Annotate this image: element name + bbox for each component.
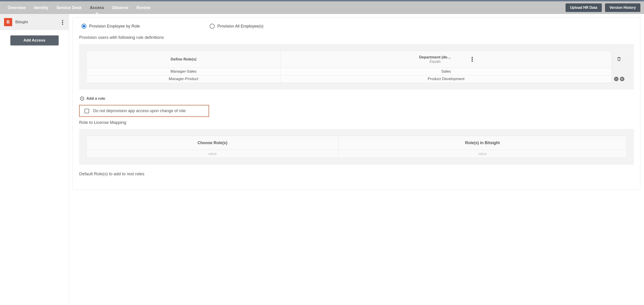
cell-dept[interactable]: Sales xyxy=(280,68,612,75)
table-row: value value xyxy=(86,150,627,158)
radio-label: Provision Employee by Role xyxy=(89,24,140,29)
dots-vertical-icon: ••• xyxy=(62,20,63,25)
col-header-roles-in-app: Role(s) in Bitsight xyxy=(338,136,627,150)
section-title-default-roles: Default Role(s) to add to rest roles xyxy=(79,171,634,176)
cell-role[interactable]: Manager-Product xyxy=(86,75,281,83)
radio-provision-by-role[interactable]: Provision Employee by Role xyxy=(82,24,140,29)
access-card: Provision Employee by Role Provision All… xyxy=(72,17,640,190)
col-header-choose-roles: Choose Role(s) xyxy=(86,136,338,150)
cell-actions xyxy=(612,68,627,75)
col-header-sublabel: Equals xyxy=(419,60,451,64)
mapping-table: Choose Role(s) Role(s) in Bitsight value… xyxy=(86,136,627,158)
plus-circle-icon: + xyxy=(80,97,84,101)
table-row: Manager-Product Product Development − + xyxy=(86,75,627,83)
sidebar-app-item[interactable]: B Bitsight ••• xyxy=(0,14,69,30)
radio-provision-all[interactable]: Provision All Employee(s) xyxy=(210,24,263,29)
layout: B Bitsight ••• Add Access Provision Empl… xyxy=(0,14,644,305)
rule-table: Define Role(s) Department (de… Equals ••… xyxy=(86,51,627,83)
tab-label: Observe xyxy=(112,6,128,10)
deprovision-checkbox-label: Do not deprovision app access upon chang… xyxy=(93,109,186,113)
col-header-label: Define Role(s) xyxy=(171,57,196,61)
sidebar: B Bitsight ••• Add Access xyxy=(0,14,69,305)
provision-mode-radio-group: Provision Employee by Role Provision All… xyxy=(79,24,634,29)
mapping-panel: Choose Role(s) Role(s) in Bitsight value… xyxy=(79,129,634,165)
tab-service-desk[interactable]: Service Desk xyxy=(52,1,86,14)
cell-role[interactable]: Manager-Sales xyxy=(86,68,281,75)
add-row-button[interactable]: + xyxy=(620,77,624,81)
deprovision-checkbox[interactable] xyxy=(84,109,89,113)
table-row: Manager-Sales Sales xyxy=(86,68,627,75)
tab-label: Review xyxy=(136,6,150,10)
tab-access[interactable]: Access xyxy=(86,1,108,14)
rule-panel: Define Role(s) Department (de… Equals ••… xyxy=(79,44,634,90)
more-options-icon[interactable]: ••• xyxy=(60,18,65,26)
column-options-icon[interactable]: ••• xyxy=(472,57,473,62)
add-rule-button[interactable]: + Add a rule xyxy=(79,96,634,101)
nav-actions: Upload HR Data Version History xyxy=(566,4,640,12)
cell-choose-role[interactable]: value xyxy=(86,150,338,158)
app-name-label: Bitsight xyxy=(15,20,28,24)
col-header-department: Department (de… Equals ••• xyxy=(280,51,612,68)
trash-icon[interactable] xyxy=(617,56,621,63)
tab-identity[interactable]: Identity xyxy=(30,1,52,14)
col-header-roles: Define Role(s) xyxy=(86,51,281,68)
deprovision-highlight-box: Do not deprovision app access upon chang… xyxy=(79,105,209,117)
radio-label: Provision All Employee(s) xyxy=(217,24,263,29)
main-content: Provision Employee by Role Provision All… xyxy=(69,14,644,305)
tab-overview[interactable]: Overview xyxy=(4,1,30,14)
col-header-actions xyxy=(612,51,627,68)
tab-review[interactable]: Review xyxy=(132,1,154,14)
radio-icon xyxy=(82,24,86,29)
tab-label: Access xyxy=(90,6,104,10)
add-access-button[interactable]: Add Access xyxy=(10,36,59,45)
cell-actions: − + xyxy=(612,75,627,83)
nav-tabs: Overview Identity Service Desk Access Ob… xyxy=(4,1,154,14)
cell-dept[interactable]: Product Development xyxy=(280,75,612,83)
col-header-label: Department (de… xyxy=(419,55,451,60)
add-rule-label: Add a rule xyxy=(86,96,105,101)
main-nav: Overview Identity Service Desk Access Ob… xyxy=(0,1,644,14)
tab-observe[interactable]: Observe xyxy=(108,1,132,14)
tab-label: Identity xyxy=(34,6,48,10)
upload-hr-data-button[interactable]: Upload HR Data xyxy=(566,4,602,12)
version-history-button[interactable]: Version History xyxy=(605,4,640,12)
app-logo-icon: B xyxy=(4,18,12,26)
section-title-rules: Provision users with following rule defi… xyxy=(79,35,634,40)
radio-icon xyxy=(210,24,215,29)
section-title-mapping: Role to License Mapping xyxy=(79,120,634,125)
tab-label: Service Desk xyxy=(56,6,82,10)
remove-row-button[interactable]: − xyxy=(614,77,618,81)
cell-app-role[interactable]: value xyxy=(338,150,627,158)
tab-label: Overview xyxy=(8,6,26,10)
